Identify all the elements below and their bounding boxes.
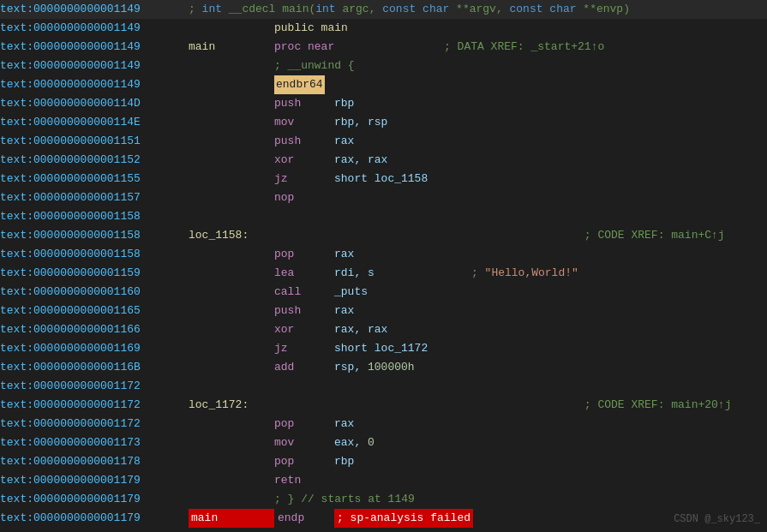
operand: rax bbox=[334, 132, 354, 151]
label: loc_1158: bbox=[189, 226, 274, 245]
code-view: text:0000000000001149 ; int __cdecl main… bbox=[0, 0, 767, 532]
address: text:0000000000001159 bbox=[0, 264, 189, 283]
mnemonic: mov bbox=[274, 433, 334, 452]
address: text:0000000000001178 bbox=[0, 452, 189, 471]
comment: ; int __cdecl main(int argc, const char … bbox=[189, 0, 630, 19]
table-row: text:0000000000001172 loc_1172: ; CODE X… bbox=[0, 396, 767, 415]
address: text:0000000000001172 bbox=[0, 377, 189, 396]
address: text:0000000000001172 bbox=[0, 396, 189, 415]
comment: ; __unwind { bbox=[274, 57, 355, 75]
address: text:0000000000001158 bbox=[0, 226, 189, 245]
comment: ; "Hello,World!" bbox=[471, 264, 578, 283]
mnemonic: xor bbox=[274, 151, 334, 170]
label: main bbox=[189, 38, 274, 57]
table-row: text:0000000000001149 main proc near ; D… bbox=[0, 38, 767, 57]
mnemonic: xor bbox=[274, 320, 334, 339]
operand: rbp bbox=[334, 94, 354, 113]
label: loc_1172: bbox=[189, 396, 274, 415]
operand: rax, rax bbox=[334, 151, 387, 170]
address: text:0000000000001155 bbox=[0, 170, 189, 188]
mnemonic: jz bbox=[274, 339, 334, 358]
table-row: text:0000000000001169 jz short loc_1172 bbox=[0, 339, 767, 358]
operand: rbp, rsp bbox=[334, 113, 387, 132]
table-row: text:000000000000114D push rbp bbox=[0, 94, 767, 113]
address: text:0000000000001157 bbox=[0, 188, 189, 207]
mnemonic: mov bbox=[274, 113, 334, 132]
address: text:000000000000114D bbox=[0, 94, 189, 113]
address: text:0000000000001179 bbox=[0, 509, 189, 528]
operand: rax bbox=[334, 245, 354, 264]
address: text:0000000000001165 bbox=[0, 302, 189, 320]
mnemonic: jz bbox=[274, 170, 334, 188]
label-highlighted: main bbox=[189, 509, 274, 528]
table-row: text:0000000000001151 push rax bbox=[0, 132, 767, 151]
address: text:0000000000001172 bbox=[0, 415, 189, 433]
table-row: text:0000000000001173 mov eax, 0 bbox=[0, 433, 767, 452]
operand: rbp bbox=[334, 452, 354, 471]
comment: ; CODE XREF: main+C↑j bbox=[377, 226, 725, 245]
table-row: text:0000000000001172 pop rax bbox=[0, 415, 767, 433]
table-row: text:0000000000001178 pop rbp bbox=[0, 452, 767, 471]
comment: ; CODE XREF: main+20↑j bbox=[377, 396, 731, 415]
comment: ; } // starts at 1149 bbox=[274, 490, 415, 509]
table-row: text:0000000000001166 xor rax, rax bbox=[0, 320, 767, 339]
table-row: text:0000000000001149 ; __unwind { bbox=[0, 57, 767, 75]
address: text:0000000000001149 bbox=[0, 38, 189, 57]
table-row: text:0000000000001157 nop bbox=[0, 188, 767, 207]
mnemonic: nop bbox=[274, 188, 334, 207]
mnemonic: pop bbox=[274, 452, 334, 471]
table-row: text:0000000000001160 call _puts bbox=[0, 283, 767, 302]
comment: ; DATA XREF: _start+21↑o bbox=[377, 38, 604, 57]
address: text:0000000000001151 bbox=[0, 132, 189, 151]
address: text:0000000000001158 bbox=[0, 245, 189, 264]
operand: public main bbox=[274, 19, 348, 38]
address: text:0000000000001149 bbox=[0, 75, 189, 94]
address: text:0000000000001160 bbox=[0, 283, 189, 302]
mnemonic-highlighted: endbr64 bbox=[274, 75, 325, 94]
operand: short loc_1172 bbox=[334, 339, 428, 358]
address: text:0000000000001149 bbox=[0, 0, 189, 19]
table-row: text:0000000000001159 lea rdi, s ; "Hell… bbox=[0, 264, 767, 283]
mnemonic: add bbox=[274, 358, 334, 377]
table-row: text:0000000000001158 bbox=[0, 207, 767, 226]
address: text:0000000000001166 bbox=[0, 320, 189, 339]
table-row: text:0000000000001158 loc_1158: ; CODE X… bbox=[0, 226, 767, 245]
table-row: text:000000000000114E mov rbp, rsp bbox=[0, 113, 767, 132]
mnemonic: push bbox=[274, 302, 334, 320]
operand: rdi, s bbox=[334, 264, 471, 283]
table-row: text:0000000000001179 ; } // starts at 1… bbox=[0, 490, 767, 509]
operand: rax bbox=[334, 415, 354, 433]
table-row: text:0000000000001152 xor rax, rax bbox=[0, 151, 767, 170]
table-row: text:0000000000001172 bbox=[0, 377, 767, 396]
operand: rsp, 100000h bbox=[334, 358, 415, 377]
table-row: text:000000000000116B add rsp, 100000h bbox=[0, 358, 767, 377]
operand: rax bbox=[334, 302, 354, 320]
table-row: text:0000000000001179 retn bbox=[0, 471, 767, 490]
operand: short loc_1158 bbox=[334, 170, 428, 188]
mnemonic: pop bbox=[274, 415, 334, 433]
mnemonic: lea bbox=[274, 264, 334, 283]
table-row: text:0000000000001179 main endp ; sp-ana… bbox=[0, 509, 767, 528]
mnemonic: pop bbox=[274, 245, 334, 264]
address: text:000000000000116B bbox=[0, 358, 189, 377]
table-row: text:0000000000001155 jz short loc_1158 bbox=[0, 170, 767, 188]
table-row: text:0000000000001149 public main bbox=[0, 19, 767, 38]
watermark: CSDN @_sky123_ bbox=[674, 513, 760, 525]
address: text:000000000000114E bbox=[0, 113, 189, 132]
operand-highlighted: ; sp-analysis failed bbox=[334, 509, 473, 528]
operand: eax, 0 bbox=[334, 433, 375, 452]
mnemonic: call bbox=[274, 283, 334, 302]
address: text:0000000000001149 bbox=[0, 19, 189, 38]
address: text:0000000000001179 bbox=[0, 490, 189, 509]
address: text:0000000000001149 bbox=[0, 57, 189, 75]
table-row: text:0000000000001158 pop rax bbox=[0, 245, 767, 264]
address: text:0000000000001158 bbox=[0, 207, 189, 226]
table-row: text:0000000000001165 push rax bbox=[0, 302, 767, 320]
address: text:0000000000001173 bbox=[0, 433, 189, 452]
mnemonic: endp bbox=[274, 509, 334, 528]
mnemonic: push bbox=[274, 94, 334, 113]
address: text:0000000000001152 bbox=[0, 151, 189, 170]
mnemonic: push bbox=[274, 132, 334, 151]
table-row: text:0000000000001149 ; int __cdecl main… bbox=[0, 0, 767, 19]
operand: _puts bbox=[334, 283, 368, 302]
